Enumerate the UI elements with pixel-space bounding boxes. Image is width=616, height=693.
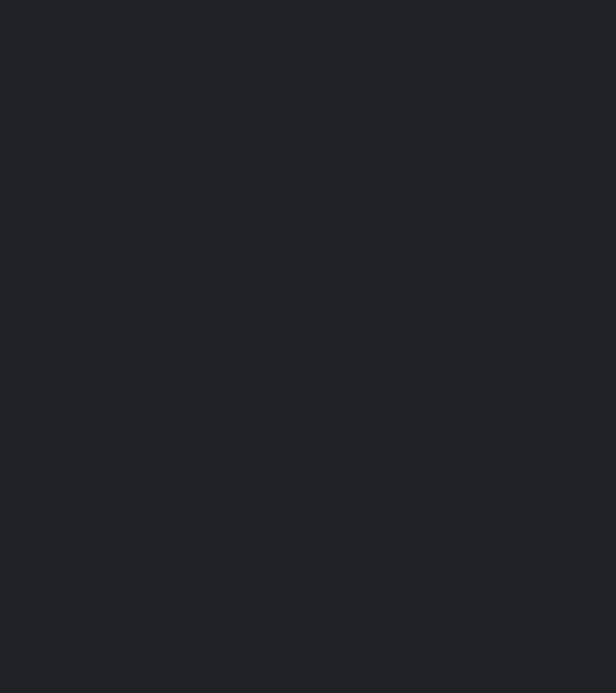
editor-gutter xyxy=(0,0,616,693)
code-editor[interactable] xyxy=(0,0,616,693)
